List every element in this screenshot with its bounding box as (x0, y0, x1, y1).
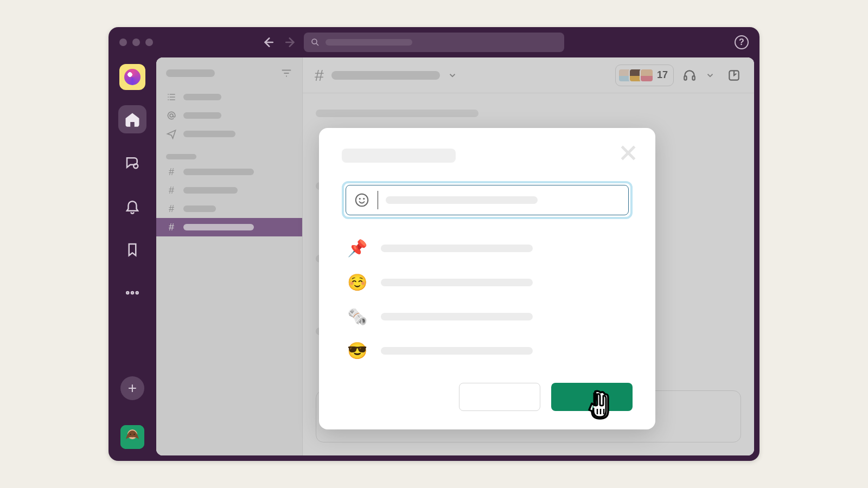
bell-icon (124, 198, 141, 214)
preset-label (381, 245, 533, 252)
status-input-placeholder (386, 196, 538, 204)
status-preset-item[interactable]: 🗞️ (342, 299, 633, 333)
svg-point-13 (356, 194, 368, 207)
status-emoji-picker-button[interactable] (354, 192, 370, 208)
set-status-dialog: 📌 ☺️ 🗞️ 😎 (319, 128, 655, 429)
rail-activity-button[interactable] (118, 192, 146, 220)
help-button[interactable]: ? (735, 35, 749, 49)
status-preset-item[interactable]: 📌 (342, 231, 633, 265)
plus-icon: + (128, 380, 137, 397)
newspaper-emoji-icon: 🗞️ (347, 307, 367, 326)
search-placeholder (326, 39, 412, 46)
global-search-input[interactable] (304, 33, 564, 52)
preset-label (381, 347, 533, 355)
status-preset-item[interactable]: 😎 (342, 333, 633, 368)
dialog-close-button[interactable] (617, 142, 639, 164)
history-back-button[interactable] (260, 35, 275, 49)
titlebar: ? (108, 27, 760, 57)
status-input-focus-ring (342, 181, 633, 219)
workspace-rail: + (108, 57, 156, 461)
status-presets: 📌 ☺️ 🗞️ 😎 (342, 231, 633, 368)
rail-dms-button[interactable] (118, 149, 146, 177)
close-icon (617, 142, 639, 164)
rail-create-button[interactable]: + (120, 376, 144, 400)
rail-home-button[interactable] (118, 105, 146, 133)
svg-point-7 (130, 434, 131, 435)
svg-point-8 (133, 434, 135, 435)
sunglasses-emoji-icon: 😎 (347, 341, 367, 360)
pushpin-emoji-icon: 📌 (347, 239, 367, 258)
svg-point-15 (363, 198, 364, 199)
smile-emoji-icon: ☺️ (347, 273, 367, 292)
dialog-cancel-button[interactable] (459, 383, 540, 411)
search-icon (310, 37, 320, 47)
avatar-icon (120, 425, 144, 449)
svg-point-1 (133, 164, 138, 168)
dialog-title (342, 149, 456, 163)
chat-icon (124, 155, 141, 171)
bookmark-icon (124, 241, 141, 258)
svg-point-4 (136, 292, 138, 294)
smile-icon (354, 192, 370, 208)
workspace-icon (124, 69, 141, 85)
status-preset-item[interactable]: ☺️ (342, 265, 633, 299)
window-zoom-dot[interactable] (145, 38, 153, 46)
content-area: # # # # # (156, 57, 754, 455)
ellipsis-icon (124, 285, 141, 301)
svg-point-0 (312, 39, 317, 44)
history-forward-button[interactable] (284, 35, 298, 49)
dialog-save-button[interactable] (551, 383, 633, 411)
user-avatar[interactable] (120, 425, 144, 449)
svg-point-3 (131, 292, 133, 294)
svg-point-2 (126, 292, 129, 294)
text-cursor (378, 191, 378, 209)
preset-label (381, 313, 533, 320)
preset-label (381, 279, 533, 286)
window-close-dot[interactable] (119, 38, 127, 46)
window-controls (119, 38, 153, 46)
window-minimize-dot[interactable] (132, 38, 140, 46)
svg-point-14 (360, 198, 360, 199)
app-window: ? + (108, 27, 760, 461)
rail-more-button[interactable] (118, 279, 146, 307)
home-icon (124, 111, 141, 127)
status-input[interactable] (346, 185, 629, 215)
rail-later-button[interactable] (118, 235, 146, 264)
workspace-switcher[interactable] (119, 64, 145, 90)
